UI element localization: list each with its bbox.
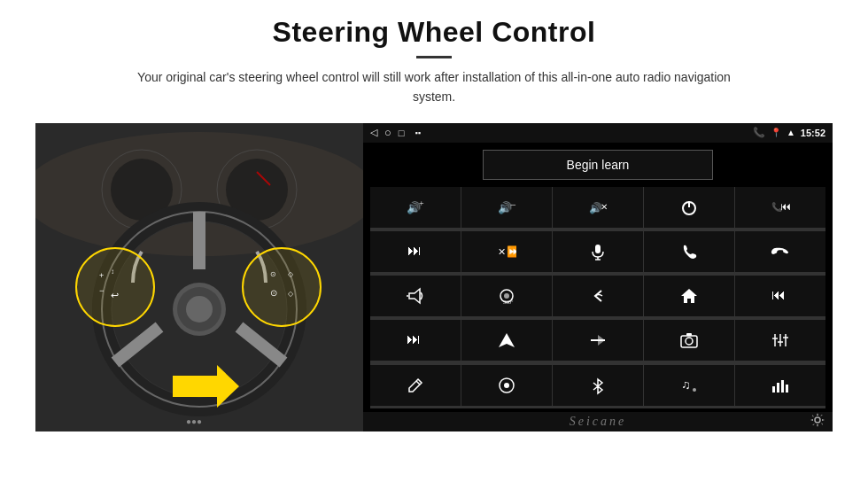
nav-rect-icon[interactable]: □ (399, 128, 405, 138)
prev-track-phone-button[interactable]: 📞 ⏮ (735, 187, 825, 228)
svg-point-15 (76, 248, 154, 326)
svg-point-65 (504, 383, 509, 388)
power-button[interactable] (644, 187, 734, 228)
svg-point-67 (693, 388, 696, 392)
circle-btn-button[interactable] (461, 365, 552, 406)
car-image-area: + ↕ − ↩ ⊙ ◇ ⊙ ◇ ●●● (35, 123, 363, 431)
bottom-bar: Seicane (363, 412, 833, 431)
title-divider (416, 56, 452, 58)
wifi-icon: ▲ (787, 128, 795, 137)
ff-button[interactable]: ✕ ⏩ (461, 231, 552, 272)
page-title: Steering Wheel Control (124, 16, 744, 49)
rewind-button[interactable]: ⏮ (735, 276, 825, 316)
svg-rect-68 (772, 386, 775, 393)
svg-point-46 (504, 293, 509, 299)
vol-up-button[interactable]: 🔊+ (370, 187, 461, 228)
nav-back-icon[interactable]: ◁ (370, 127, 377, 138)
svg-text:♫: ♫ (681, 378, 691, 392)
location-icon: 📍 (771, 128, 781, 137)
swap-button[interactable] (553, 320, 643, 361)
spectrum-button[interactable] (735, 365, 825, 406)
svg-text:⏭: ⏭ (407, 331, 421, 346)
360-view-button[interactable]: 360° (461, 276, 552, 316)
nav-home-icon[interactable]: ○ (384, 126, 391, 139)
steering-wheel-svg: + ↕ − ↩ ⊙ ◇ ⊙ ◇ ●●● (35, 123, 363, 431)
status-bar: ◁ ○ □ ▪▪ 📞 📍 ▲ 15:52 (363, 123, 833, 143)
svg-text:●●●: ●●● (186, 416, 202, 426)
svg-text:◇: ◇ (288, 290, 294, 298)
svg-point-14 (186, 296, 213, 323)
status-left: ◁ ○ □ ▪▪ (370, 126, 421, 139)
svg-rect-69 (777, 383, 779, 393)
home-button[interactable] (644, 276, 734, 316)
next-track-button[interactable]: ⏭ (370, 231, 461, 272)
svg-text:+: + (419, 198, 424, 208)
svg-text:−: − (510, 198, 516, 211)
svg-marker-51 (499, 333, 515, 347)
begin-learn-button[interactable]: Begin learn (483, 150, 713, 180)
navigate-button[interactable] (461, 320, 552, 361)
svg-text:⏮: ⏮ (771, 287, 786, 302)
eq-button[interactable] (735, 320, 825, 361)
svg-line-63 (416, 381, 420, 385)
svg-text:⊙: ⊙ (270, 270, 276, 278)
svg-text:360°: 360° (503, 299, 514, 305)
svg-text:↕: ↕ (111, 268, 114, 276)
phone-call-button[interactable] (644, 231, 734, 272)
svg-text:⏩: ⏩ (507, 245, 516, 258)
bluetooth-button[interactable] (553, 365, 643, 406)
svg-rect-56 (686, 333, 692, 336)
horn-button[interactable] (370, 276, 461, 316)
svg-text:⏭: ⏭ (407, 243, 422, 258)
svg-point-72 (815, 417, 820, 423)
seicane-label: Seicane (570, 415, 627, 429)
skip-fwd-button[interactable]: ⏭ (370, 320, 461, 361)
signal-icons: ▪▪ (415, 128, 421, 137)
svg-text:⏮: ⏮ (780, 200, 790, 213)
svg-point-20 (243, 248, 321, 326)
begin-learn-area: Begin learn (363, 143, 833, 187)
svg-marker-43 (409, 289, 420, 303)
phone-icon: 📞 (753, 127, 765, 138)
svg-text:−: − (99, 286, 104, 295)
svg-text:+: + (99, 271, 104, 280)
hang-up-button[interactable] (735, 231, 825, 272)
edit-button[interactable] (370, 365, 461, 406)
music-button[interactable]: ♫ (644, 365, 734, 406)
settings-icon[interactable] (810, 412, 825, 431)
svg-rect-70 (781, 380, 784, 393)
svg-text:◇: ◇ (288, 270, 294, 278)
svg-marker-53 (598, 335, 605, 346)
controls-grid: 🔊+ 🔊− 🔊✕ 📞 ⏮ (370, 187, 825, 408)
time-display: 15:52 (801, 128, 825, 138)
vol-down-button[interactable]: 🔊− (461, 187, 552, 228)
status-right: 📞 📍 ▲ 15:52 (753, 127, 825, 138)
camera-button[interactable] (644, 320, 734, 361)
svg-text:⊙: ⊙ (270, 288, 277, 298)
svg-rect-40 (595, 245, 601, 253)
back-button[interactable] (553, 276, 643, 316)
page-subtitle: Your original car's steering wheel contr… (124, 67, 744, 107)
content-row: + ↕ − ↩ ⊙ ◇ ⊙ ◇ ●●● (35, 123, 833, 431)
svg-text:↩: ↩ (111, 290, 119, 300)
android-ui: ◁ ○ □ ▪▪ 📞 📍 ▲ 15:52 Begin learn (363, 123, 833, 431)
svg-text:✕: ✕ (498, 246, 506, 257)
page-container: Steering Wheel Control Your original car… (0, 0, 868, 482)
svg-marker-48 (681, 289, 697, 303)
title-section: Steering Wheel Control Your original car… (124, 16, 744, 118)
mic-button[interactable] (553, 231, 643, 272)
svg-text:✕: ✕ (601, 202, 608, 212)
svg-point-55 (686, 338, 693, 345)
svg-rect-71 (786, 385, 788, 393)
mute-button[interactable]: 🔊✕ (553, 187, 643, 228)
